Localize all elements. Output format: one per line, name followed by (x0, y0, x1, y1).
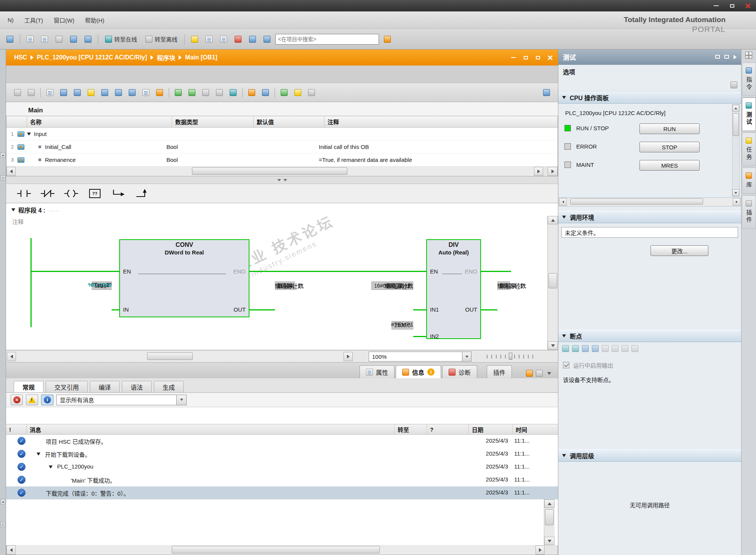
step-into-icon[interactable] (622, 345, 628, 352)
cross-references-icon[interactable] (217, 33, 230, 45)
editor-float-button[interactable] (522, 54, 529, 61)
tab-diagnostics[interactable]: 诊断 (442, 365, 477, 378)
network-comments-toggle-icon[interactable] (85, 86, 97, 99)
cpu-panel-vscrollbar[interactable] (732, 104, 740, 197)
window-minimize-button[interactable] (708, 0, 724, 11)
subtab-syntax[interactable]: 语法 (122, 381, 152, 392)
section-breakpoints[interactable]: 断点 (558, 330, 741, 342)
breadcrumb-program-blocks[interactable]: 程序块 (157, 53, 175, 62)
show-absolute-operands-icon[interactable] (71, 86, 83, 99)
section-call-hierarchy[interactable]: 调用层级 (558, 449, 741, 462)
var-name[interactable]: Initial_Call (45, 144, 71, 150)
run-button[interactable]: RUN (639, 123, 700, 134)
message-row-selected[interactable]: ✓ 下载完成（错误：0：警告：0）。 2025/4/3 11:1... (6, 486, 558, 499)
menu-window[interactable]: 窗口(W) (48, 14, 80, 26)
menu-tools[interactable]: 工具(T) (19, 14, 48, 26)
subtab-generate[interactable]: 生成 (154, 381, 184, 392)
close-all-editors-icon[interactable] (232, 33, 244, 45)
scroll-down-button[interactable] (548, 341, 558, 350)
message-vscrollbar[interactable] (544, 499, 555, 545)
add-box-input-icon[interactable] (99, 86, 111, 99)
zoom-select[interactable]: 100% (369, 352, 472, 361)
float-panel-icon[interactable] (715, 55, 720, 59)
scroll-track[interactable] (567, 198, 733, 206)
column-goto[interactable]: 转至 (395, 424, 427, 434)
update-block-calls-icon[interactable] (172, 86, 184, 99)
interface-hscrollbar[interactable] (6, 166, 558, 176)
upload-from-device-icon[interactable] (82, 33, 94, 45)
task-card-overview-icon[interactable] (745, 52, 752, 59)
goto-definition-icon[interactable] (259, 86, 272, 99)
window-restore-button[interactable] (724, 0, 740, 11)
tab-libraries[interactable]: 库 (742, 168, 756, 194)
scroll-up-button[interactable] (544, 499, 555, 508)
enable-breakpoint-icon[interactable] (572, 345, 579, 352)
expander-icon[interactable] (27, 133, 31, 136)
scroll-track[interactable] (16, 545, 535, 555)
menu-partial[interactable]: N) (2, 14, 19, 26)
tab-properties[interactable]: 属性 (360, 365, 395, 378)
expander-icon[interactable] (37, 453, 40, 456)
var-type[interactable]: Bool (163, 157, 245, 163)
table-ladder-splitter[interactable] (6, 176, 558, 184)
operand-name[interactable]: "Tag_2" (92, 281, 112, 288)
remove-box-input-icon[interactable] (112, 86, 125, 99)
operand-name[interactable]: 编码器转数 (497, 281, 526, 289)
tab-plugins[interactable]: 插件 (487, 365, 512, 378)
window-close-button[interactable] (740, 0, 756, 11)
collapse-inspector-icon[interactable] (534, 368, 544, 378)
expand-all-networks-icon[interactable] (44, 86, 56, 99)
div-subtitle[interactable]: Auto (Real) (427, 249, 480, 256)
operand-name[interactable]: 编码器计数 (385, 281, 413, 289)
message-row[interactable]: ✓ 项目 HSC 已成功保存。 2025/4/3 11:1... (6, 435, 558, 448)
download-to-device-icon[interactable] (67, 33, 80, 45)
toggle-breakpoint-icon[interactable] (562, 345, 569, 352)
scroll-thumb[interactable] (147, 352, 193, 360)
open-branch-tool[interactable] (110, 187, 127, 200)
scroll-thumb[interactable] (548, 273, 557, 288)
scroll-thumb[interactable] (570, 198, 703, 205)
left-scroll-grip[interactable] (0, 175, 5, 181)
filter-errors-button[interactable]: × (11, 395, 23, 405)
network-collapse-icon[interactable] (11, 208, 15, 211)
new-window-icon[interactable] (24, 33, 36, 45)
ladder-vscrollbar[interactable] (547, 216, 558, 350)
subtab-compile[interactable]: 编译 (90, 381, 120, 392)
subtab-general[interactable]: 常规 (14, 381, 43, 392)
editor-settings-icon[interactable] (540, 86, 553, 99)
scroll-down-button[interactable] (732, 189, 739, 196)
scroll-left-button[interactable] (559, 198, 567, 206)
close-branch-tool[interactable] (133, 187, 151, 200)
column-alert[interactable]: ! (6, 424, 27, 434)
scroll-right-button[interactable] (535, 545, 545, 555)
split-editor-horizontal-icon[interactable] (246, 33, 259, 45)
negate-input-icon[interactable] (126, 86, 138, 99)
cpu-panel-hscrollbar[interactable] (558, 197, 741, 206)
modify-operand-icon[interactable] (292, 86, 304, 99)
library-view-icon[interactable] (381, 33, 393, 45)
message-filter-dropdown[interactable]: 显示所有消息 (56, 395, 187, 405)
filter-dropdown-button[interactable] (176, 395, 186, 405)
message-row[interactable]: ✓ PLC_1200you 2025/4/3 11:1... (6, 461, 558, 473)
operand-name[interactable]: #TEMP1 (391, 321, 413, 328)
message-row[interactable]: ✓ 'Main' 下载成功。 2025/4/3 11:1... (6, 473, 558, 486)
accessible-devices-icon[interactable] (189, 33, 201, 45)
editor-close-button[interactable] (547, 54, 553, 61)
scroll-thumb[interactable] (733, 113, 739, 136)
menu-help[interactable]: 帮助(H) (80, 14, 110, 26)
network-comment[interactable]: 注释 (12, 218, 24, 226)
message-hscrollbar[interactable] (6, 545, 558, 555)
expand-panel-icon[interactable] (734, 55, 737, 59)
empty-box-tool[interactable]: ?? (86, 187, 104, 200)
coil-tool[interactable] (62, 187, 80, 200)
collapse-all-networks-icon[interactable] (58, 86, 70, 99)
scroll-right-button[interactable] (534, 167, 543, 176)
column-time[interactable]: 时间 (513, 424, 544, 434)
nc-contact-tool[interactable] (39, 187, 56, 200)
left-scroll-up-2[interactable] (0, 499, 5, 504)
scroll-thumb[interactable] (192, 167, 347, 175)
scroll-track[interactable] (16, 167, 534, 176)
subtab-crossreference[interactable]: 交叉引用 (46, 381, 88, 392)
panel-layout-icon[interactable] (730, 82, 737, 88)
scroll-left-button[interactable] (6, 167, 16, 176)
